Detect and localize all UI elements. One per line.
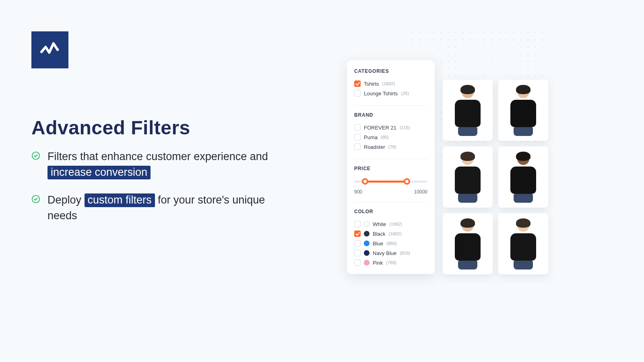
bullet-pre: Deploy: [47, 194, 85, 206]
product-image: [506, 218, 541, 269]
filter-option[interactable]: FOREVER 21 (115): [354, 123, 427, 132]
option-count: (1682): [389, 231, 402, 236]
color-swatch: [364, 231, 369, 237]
section-title: PRICE: [354, 166, 427, 171]
section-title: BRAND: [354, 112, 427, 118]
bullet-text: Filters that enhance customer experience…: [47, 149, 289, 180]
product-card[interactable]: [498, 80, 548, 141]
page-title: Advanced Filters: [31, 117, 190, 139]
bullet-pre: Filters that enhance customer experience…: [47, 150, 268, 162]
option-count: (115): [400, 125, 410, 130]
checkbox[interactable]: [354, 221, 361, 227]
filter-section-color: COLOR White (1962)Black (1682)Blue (860)…: [354, 202, 427, 267]
product-image: [450, 151, 485, 203]
color-swatch: [364, 241, 369, 246]
filter-option[interactable]: Blue (860): [354, 239, 427, 248]
option-label: Tshirts: [364, 81, 379, 87]
check-circle-icon: [31, 151, 40, 160]
option-label: FOREVER 21: [364, 125, 396, 131]
filter-section-brand: BRAND FOREVER 21 (115)Puma (85)Roadster …: [354, 105, 427, 152]
filter-option[interactable]: Tshirts (1682): [354, 79, 427, 88]
option-label: Lounge Tshirts: [364, 90, 398, 97]
section-title: CATEGORIES: [354, 68, 427, 74]
slider-fill: [365, 181, 407, 183]
checkbox-checked[interactable]: [354, 230, 361, 237]
option-label: Puma: [364, 134, 378, 140]
slider-thumb-max[interactable]: [404, 178, 410, 185]
feature-bullet: Deploy custom filters for your store's u…: [31, 192, 289, 224]
product-card[interactable]: [443, 213, 493, 274]
bullet-highlight: increase conversion: [47, 166, 151, 179]
price-min-label: 900: [354, 189, 362, 195]
checkbox[interactable]: [354, 240, 361, 247]
slider-thumb-min[interactable]: [362, 178, 368, 185]
product-card[interactable]: [498, 213, 548, 274]
option-label: Blue: [373, 241, 383, 247]
product-image: [506, 151, 541, 203]
product-image: [450, 218, 485, 269]
product-grid: [443, 80, 548, 274]
option-count: (26): [401, 91, 409, 96]
option-label: Pink: [373, 260, 383, 266]
filter-section-categories: CATEGORIES Tshirts (1682)Lounge Tshirts …: [354, 68, 427, 98]
option-count: (1682): [382, 81, 395, 86]
product-image: [450, 84, 485, 136]
option-count: (860): [386, 241, 397, 246]
checkbox[interactable]: [354, 259, 361, 266]
filter-option[interactable]: Black (1682): [354, 229, 427, 239]
product-card[interactable]: [443, 80, 493, 141]
section-title: COLOR: [354, 209, 427, 214]
option-label: Navy Blue: [373, 250, 396, 256]
color-swatch: [364, 260, 369, 265]
filter-section-price: PRICE 900 10000: [354, 159, 427, 195]
bullet-highlight: custom filters: [85, 193, 155, 207]
feature-bullets: Filters that enhance customer experience…: [31, 149, 289, 236]
product-image: [506, 84, 541, 136]
filter-option[interactable]: Roadster (78): [354, 142, 427, 152]
checkbox[interactable]: [354, 124, 361, 131]
price-slider[interactable]: [354, 176, 427, 187]
checkbox[interactable]: [354, 134, 361, 140]
option-label: Black: [373, 231, 386, 237]
check-circle-icon: [31, 195, 40, 204]
checkbox[interactable]: [354, 250, 361, 256]
filter-option[interactable]: White (1962): [354, 219, 427, 229]
option-count: (816): [400, 251, 410, 255]
filter-option[interactable]: Puma (85): [354, 132, 427, 142]
checkbox-checked[interactable]: [354, 80, 361, 87]
option-count: (78): [388, 144, 396, 149]
filter-option[interactable]: Pink (789): [354, 258, 427, 267]
filter-panel: CATEGORIES Tshirts (1682)Lounge Tshirts …: [347, 60, 435, 274]
brand-logo: [31, 31, 68, 68]
feature-bullet: Filters that enhance customer experience…: [31, 149, 289, 180]
option-label: Roadster: [364, 144, 385, 150]
filter-option[interactable]: Lounge Tshirts (26): [354, 88, 427, 98]
option-count: (1962): [389, 222, 402, 226]
filter-option[interactable]: Navy Blue (816): [354, 248, 427, 258]
checkbox[interactable]: [354, 144, 361, 150]
product-card[interactable]: [498, 146, 548, 208]
logo-glyph-icon: [39, 38, 61, 62]
color-swatch: [364, 221, 369, 227]
price-max-label: 10000: [414, 189, 427, 195]
checkbox[interactable]: [354, 90, 361, 97]
option-count: (789): [386, 260, 396, 265]
color-swatch: [364, 250, 369, 256]
option-label: White: [373, 221, 386, 227]
option-count: (85): [381, 135, 389, 140]
product-card[interactable]: [443, 146, 493, 208]
bullet-text: Deploy custom filters for your store's u…: [47, 192, 289, 224]
